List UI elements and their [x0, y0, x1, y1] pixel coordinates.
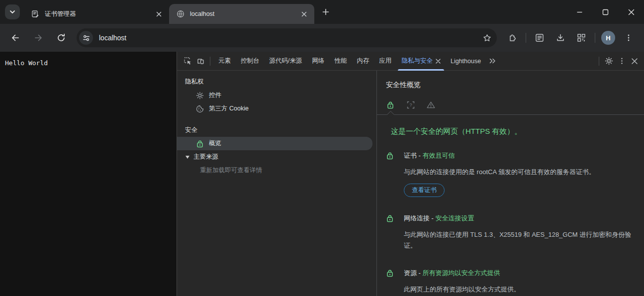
address-bar[interactable]: localhost [77, 28, 497, 47]
close-tab-icon[interactable] [153, 8, 164, 19]
maximize-button[interactable] [592, 2, 618, 22]
security-tab-divider [377, 114, 644, 115]
section-title-status[interactable]: 安全连接设置 [436, 214, 474, 222]
globe-icon [176, 9, 185, 18]
devtools-menu-button[interactable] [615, 55, 628, 68]
chevron-down-icon [9, 9, 15, 15]
tab-certificate-manager[interactable]: 证书管理器 [24, 4, 169, 24]
puzzle-icon [508, 33, 517, 42]
tab-label: localhost [190, 10, 298, 17]
lock-icon [386, 269, 394, 277]
qr-code-button[interactable] [573, 30, 589, 46]
sidebar-item-label: 主要来源 [193, 153, 218, 161]
page-content: Hello World [0, 52, 177, 296]
window-controls [566, 0, 644, 24]
lock-icon [386, 214, 394, 222]
gear-icon [605, 57, 613, 65]
section-title-status: 所有资源均以安全方式提供 [423, 269, 500, 277]
device-toolbar-button[interactable] [194, 55, 207, 68]
tab-elements[interactable]: 元素 [213, 52, 236, 71]
expander-triangle-icon[interactable] [185, 156, 189, 159]
sidebar-item-label: 概览 [209, 139, 221, 148]
tab-lighthouse[interactable]: Lighthouse [446, 52, 486, 71]
kebab-menu-icon [625, 34, 633, 42]
toolbar-divider [595, 33, 595, 43]
site-settings-button[interactable] [79, 31, 93, 45]
tab-privacy-security[interactable]: 隐私与安全 [396, 52, 446, 71]
tab-search-button[interactable] [5, 4, 20, 19]
tab-application[interactable]: 应用 [374, 52, 396, 71]
tab-network[interactable]: 网络 [307, 52, 329, 71]
certificate-section: 证书 - 有效且可信 与此网站的连接使用的是 rootCA 颁发的可信且有效的服… [386, 151, 632, 197]
warning-triangle-icon[interactable] [427, 101, 435, 109]
tab-sources[interactable]: 源代码/来源 [265, 52, 307, 71]
connection-section: 网络连接 - 安全连接设置 与此网站的连接已使用 TLS 1.3、X25519 … [386, 214, 632, 251]
downloads-button[interactable] [552, 30, 568, 46]
sidebar-item-main-origin[interactable]: 主要来源 [177, 150, 376, 164]
main-area: Hello World 元素 控制台 源代码/来源 网络 性能 内存 应用 [0, 52, 644, 296]
secure-lock-icon[interactable] [386, 101, 394, 109]
close-panel-tab-icon[interactable] [436, 59, 441, 64]
lock-icon [196, 140, 204, 148]
view-certificate-button[interactable]: 查看证书 [404, 184, 445, 197]
section-title-prefix: 证书 - [404, 152, 423, 159]
neutral-state-icon[interactable]: ? [406, 101, 415, 109]
sidebar-item-controls[interactable]: 控件 [177, 89, 376, 102]
origin-reload-hint: 重新加载即可查看详情 [177, 164, 376, 177]
forward-button[interactable] [30, 29, 47, 46]
back-button[interactable] [7, 29, 24, 46]
devtools-toolbar: 元素 控制台 源代码/来源 网络 性能 内存 应用 隐私与安全 Lighthou… [177, 52, 644, 71]
reading-list-button[interactable] [532, 30, 548, 46]
lock-icon [386, 152, 394, 160]
star-icon [483, 34, 491, 42]
svg-text:?: ? [409, 102, 412, 107]
devtools-settings-button[interactable] [602, 55, 615, 68]
close-devtools-button[interactable] [628, 55, 641, 68]
download-icon [556, 33, 565, 42]
inspect-element-button[interactable] [181, 55, 194, 68]
tune-icon [83, 34, 90, 42]
sidebar-item-label: 第三方 Cookie [209, 104, 249, 113]
close-tab-icon[interactable] [298, 8, 309, 19]
resources-section: 资源 - 所有资源均以安全方式提供 此网页上的所有资源均以安全方式提供。 [386, 269, 632, 295]
address-toolbar: localhost H [0, 24, 644, 52]
new-tab-button[interactable] [318, 4, 333, 19]
privacy-security-sidebar: 隐私权 控件 第三方 Cookie 安全 [177, 71, 377, 296]
section-description: 与此网站的连接使用的是 rootCA 颁发的可信且有效的服务器证书。 [404, 167, 595, 177]
certificate-icon [31, 9, 40, 18]
sidebar-item-overview[interactable]: 概览 [177, 137, 372, 150]
device-toolbar-icon [196, 57, 205, 66]
cookie-icon [196, 105, 204, 113]
browser-menu-button[interactable] [621, 30, 637, 46]
back-arrow-icon [11, 33, 20, 42]
page-text: Hello World [5, 59, 48, 67]
section-title-prefix: 网络连接 - [404, 214, 436, 222]
kebab-menu-icon [618, 57, 626, 65]
reload-icon [57, 33, 66, 42]
qr-code-icon [577, 33, 586, 42]
tab-memory[interactable]: 内存 [352, 52, 374, 71]
bookmark-star-button[interactable] [480, 31, 494, 45]
plus-icon [322, 8, 330, 16]
minimize-button[interactable] [566, 2, 592, 22]
tab-localhost[interactable]: localhost [169, 4, 314, 24]
profile-avatar[interactable]: H [601, 31, 615, 45]
sidebar-item-label: 控件 [209, 91, 221, 99]
sidebar-section-security: 安全 [177, 123, 376, 137]
sidebar-item-third-party-cookies[interactable]: 第三方 Cookie [177, 102, 376, 115]
address-text[interactable]: localhost [99, 34, 480, 42]
more-tabs-button[interactable] [486, 55, 499, 68]
tab-performance[interactable]: 性能 [329, 52, 352, 71]
chevron-double-icon [489, 57, 496, 65]
devtools-body: 隐私权 控件 第三方 Cookie 安全 [177, 71, 644, 296]
security-overview-panel: 安全性概览 ? [377, 71, 644, 296]
devtools-divider [599, 57, 599, 66]
toolbar-divider [526, 33, 526, 43]
reading-list-icon [535, 33, 544, 42]
section-description: 此网页上的所有资源均以安全方式提供。 [404, 284, 520, 295]
reload-button[interactable] [53, 29, 70, 46]
extensions-button[interactable] [504, 30, 520, 46]
section-description: 与此网站的连接已使用 TLS 1.3、X25519 和 AES_128_GCM … [404, 229, 632, 251]
close-window-button[interactable] [618, 2, 644, 22]
tab-console[interactable]: 控制台 [236, 52, 265, 71]
